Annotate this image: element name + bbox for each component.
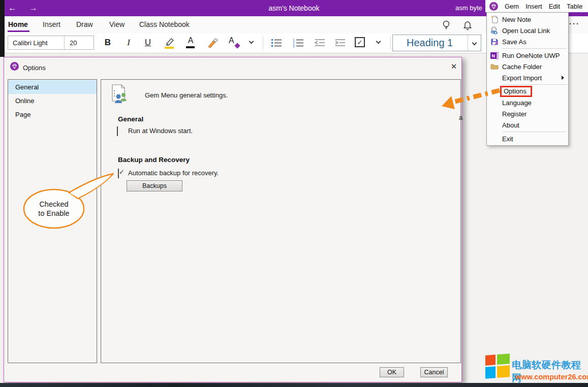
- menu-item-exit[interactable]: Exit: [487, 133, 568, 144]
- tab-home[interactable]: Home: [8, 20, 28, 28]
- gem-menubar: Gem Insert Edit Table Draw: [485, 0, 588, 12]
- menu-item-label: Run OneNote UWP: [502, 52, 560, 59]
- font-color-icon[interactable]: A: [184, 36, 197, 49]
- svg-text:3: 3: [293, 44, 295, 48]
- menubar-item-insert[interactable]: Insert: [525, 3, 542, 10]
- cancel-button[interactable]: Cancel: [420, 367, 448, 377]
- annotation-arrow: [435, 84, 508, 112]
- font-styles-letter: A: [229, 36, 234, 45]
- nav-item-general[interactable]: General: [8, 80, 97, 94]
- style-chevron-icon[interactable]: [468, 35, 481, 51]
- lightbulb-icon[interactable]: [440, 19, 452, 31]
- font-color-bar: [186, 46, 195, 48]
- bell-icon[interactable]: [461, 19, 474, 31]
- watermark-site-name: 电脑软硬件教程网: [512, 359, 587, 385]
- more-options-icon[interactable]: ···: [569, 19, 580, 28]
- font-name-value[interactable]: Calibri Light: [8, 39, 64, 47]
- flag-pane-green: [497, 353, 510, 365]
- menu-item-new-note[interactable]: ✦ New Note: [487, 14, 568, 25]
- run-at-start-label: Run at Windows start.: [128, 127, 193, 135]
- active-tab-underline: [8, 30, 29, 32]
- font-styles-icon[interactable]: A: [227, 36, 241, 49]
- ok-button[interactable]: OK: [380, 367, 404, 377]
- svg-text:N: N: [492, 53, 496, 58]
- menu-item-cache-folder[interactable]: Cache Folder: [487, 61, 568, 72]
- menu-item-label: New Note: [502, 16, 531, 23]
- menu-item-run-onenote-uwp[interactable]: N Run OneNote UWP: [487, 50, 568, 61]
- highlighter-icon[interactable]: [162, 37, 176, 50]
- general-section-header: General: [118, 115, 143, 123]
- windows-flag-logo: [485, 353, 510, 378]
- menu-item-save-as[interactable]: Save As: [487, 36, 568, 47]
- menu-item-export-import[interactable]: Export Import: [487, 72, 568, 83]
- font-more-chevron-icon[interactable]: [249, 39, 254, 44]
- menu-item-label: Open Local Link: [502, 27, 550, 35]
- dialog-title: Options: [23, 64, 46, 72]
- flag-pane-blue: [485, 366, 496, 378]
- menu-item-about[interactable]: About: [487, 119, 568, 131]
- folder-icon: [487, 63, 502, 70]
- underline-button[interactable]: U: [141, 36, 154, 49]
- tab-draw[interactable]: Draw: [76, 20, 93, 28]
- close-icon[interactable]: ✕: [448, 61, 459, 72]
- tags-chevron-icon[interactable]: [376, 39, 381, 44]
- save-icon: [487, 38, 502, 46]
- menu-separator: [502, 84, 567, 85]
- font-color-letter: A: [188, 36, 194, 45]
- styles-diamond: [234, 43, 240, 48]
- dialog-main-panel: Gem Menu general settings. General Run a…: [101, 79, 461, 363]
- font-size-value[interactable]: 20: [64, 36, 94, 49]
- menu-separator: [502, 132, 567, 132]
- format-painter-icon[interactable]: [205, 37, 220, 50]
- background-page-text: a: [459, 114, 462, 121]
- menubar-item-table[interactable]: Table: [567, 3, 582, 10]
- onenote-icon: N: [487, 52, 502, 59]
- menu-separator: [502, 48, 567, 49]
- tab-view[interactable]: View: [109, 20, 125, 28]
- tab-class-notebook[interactable]: Class Notebook: [139, 20, 190, 28]
- gem-icon: [489, 2, 498, 11]
- divider: [390, 36, 391, 50]
- menu-item-label: Export Import: [502, 74, 542, 82]
- divider: [263, 36, 263, 50]
- backup-section-header: Backup and Recovery: [118, 156, 190, 164]
- svg-text:✦: ✦: [491, 15, 494, 19]
- backups-button[interactable]: Backups: [127, 180, 182, 191]
- flag-pane-red: [485, 354, 496, 365]
- site-watermark: 电脑软硬件教程网 www.computer26.com: [483, 348, 587, 383]
- gem-settings-icon: [110, 84, 131, 107]
- left-edge-panel: [0, 0, 5, 57]
- numbered-list-icon[interactable]: 123: [292, 38, 305, 48]
- run-at-start-checkbox[interactable]: [117, 126, 118, 136]
- menu-item-open-local-link[interactable]: Open Local Link: [487, 25, 568, 36]
- menu-item-label: Save As: [502, 38, 527, 46]
- nav-item-page[interactable]: Page: [8, 108, 97, 121]
- callout-text-line2: to Enable: [38, 209, 69, 217]
- gem-icon: [10, 62, 19, 71]
- style-selected-value[interactable]: Heading 1: [393, 35, 468, 51]
- callout-text-line1: Checked: [39, 200, 68, 208]
- menubar-item-gem[interactable]: Gem: [505, 3, 519, 10]
- user-name: asm byte: [455, 4, 482, 12]
- tab-insert[interactable]: Insert: [43, 20, 60, 28]
- menu-item-label: Exit: [502, 135, 513, 143]
- todo-checkbox-icon[interactable]: ✓: [355, 37, 365, 47]
- menu-item-label: Cache Folder: [502, 63, 542, 71]
- settings-description: Gem Menu general settings.: [145, 91, 228, 99]
- bullet-list-icon[interactable]: [270, 38, 283, 48]
- nav-item-online[interactable]: Online: [8, 94, 97, 108]
- bold-button[interactable]: B: [101, 36, 114, 49]
- indent-icon[interactable]: [333, 38, 347, 48]
- callout-bubble: Checked to Enable: [20, 165, 122, 231]
- menu-item-label: About: [502, 121, 519, 129]
- outdent-icon[interactable]: [313, 38, 326, 48]
- flag-pane-yellow: [497, 365, 510, 378]
- style-selector[interactable]: Heading 1: [392, 35, 481, 51]
- italic-button[interactable]: I: [122, 36, 135, 49]
- bottom-page-strip: [0, 383, 588, 387]
- submenu-arrow-icon: [562, 76, 564, 80]
- watermark-url: www.computer26.com: [515, 373, 588, 381]
- auto-backup-label: Automatic backup for recovery.: [128, 169, 219, 177]
- font-selector[interactable]: Calibri Light 20: [8, 36, 94, 50]
- menubar-item-edit[interactable]: Edit: [549, 3, 560, 10]
